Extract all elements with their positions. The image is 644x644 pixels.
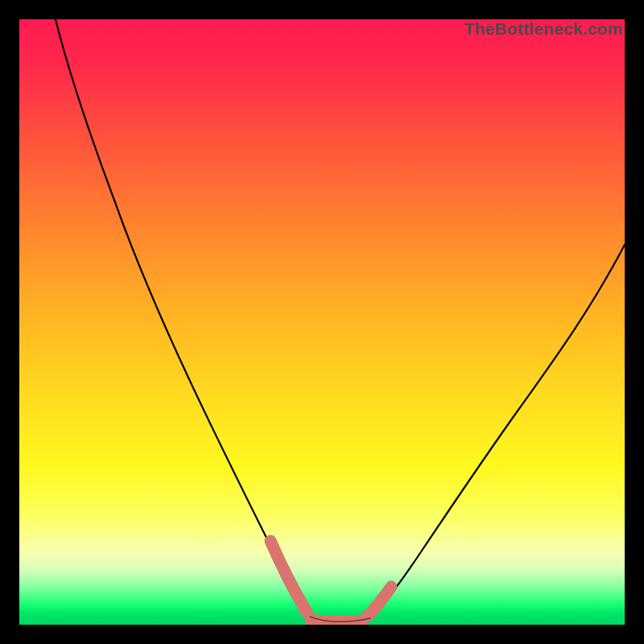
plot-area [19, 19, 625, 625]
curve-layer [19, 19, 625, 625]
left-branch [56, 19, 310, 617]
left-highlight [270, 541, 308, 613]
right-highlight [367, 587, 391, 617]
right-branch [370, 245, 625, 618]
chart-frame: TheBottleneck.com [0, 0, 644, 644]
watermark-text: TheBottleneck.com [464, 19, 623, 39]
